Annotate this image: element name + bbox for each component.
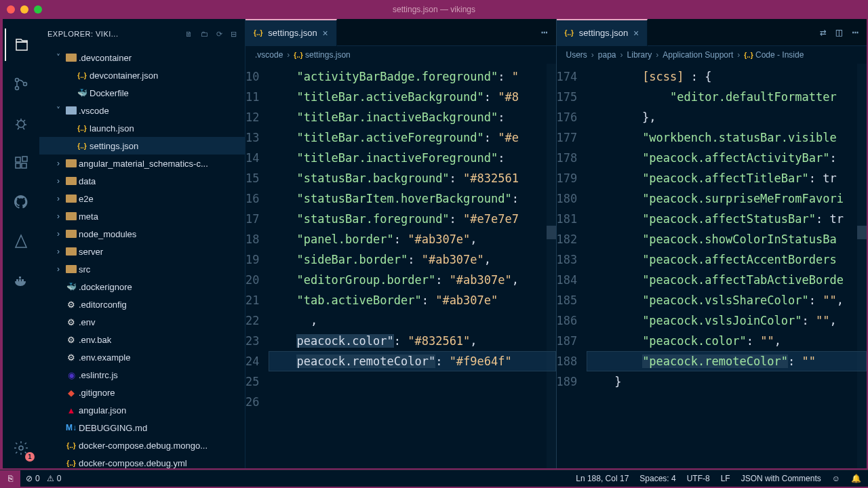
tree-folder[interactable]: ›src xyxy=(39,260,245,278)
close-icon[interactable]: × xyxy=(633,28,639,39)
tree-file[interactable]: ⚙.editorconfig xyxy=(39,296,245,313)
tree-folder[interactable]: ›e2e xyxy=(39,190,245,207)
more-icon[interactable]: ⋯ xyxy=(852,26,859,39)
code-line[interactable]: "statusBarItem.hoverBackground": xyxy=(269,188,555,209)
remote-indicator[interactable]: ⎘ xyxy=(0,470,20,487)
compare-icon[interactable]: ⇄ xyxy=(820,26,827,39)
code-line[interactable]: } xyxy=(587,371,867,392)
status-encoding[interactable]: UTF-8 xyxy=(687,474,710,483)
tree-file[interactable]: ◉.eslintrc.js xyxy=(39,366,245,384)
tree-file[interactable]: ◆.gitignore xyxy=(39,384,245,401)
breadcrumb-seg[interactable]: {..} settings.json xyxy=(294,50,350,60)
extensions-activity-icon[interactable] xyxy=(5,146,37,179)
editor-code[interactable]: 1011121314151617181920212223242526 "acti… xyxy=(245,64,556,468)
breadcrumb-seg[interactable]: papa xyxy=(598,50,616,60)
code-line[interactable]: "peacock.color": "", xyxy=(587,331,867,351)
tab-settings[interactable]: {..} settings.json × xyxy=(557,19,648,46)
minimize-window-icon[interactable] xyxy=(20,5,28,14)
breadcrumb-seg[interactable]: {..} Code - Inside xyxy=(744,50,804,60)
code-line[interactable]: "workbench.statusBar.visible xyxy=(587,127,867,148)
code-line[interactable]: "tab.activeBorder": "#ab307e" xyxy=(269,290,555,310)
settings-activity-icon[interactable]: 1 xyxy=(5,432,37,464)
tree-folder[interactable]: ›server xyxy=(39,243,245,260)
breadcrumb-seg[interactable]: Library xyxy=(627,50,652,60)
minimap[interactable] xyxy=(547,64,556,468)
code-line[interactable]: "editorGroup.border": "#ab307e", xyxy=(269,270,555,290)
close-icon[interactable]: × xyxy=(323,28,328,39)
code-line[interactable]: "statusBar.background": "#832561 xyxy=(269,168,555,188)
status-cursor[interactable]: Ln 188, Col 17 xyxy=(576,474,629,483)
code-line[interactable]: "titleBar.inactiveBackground": xyxy=(269,107,555,127)
status-warnings[interactable]: ⚠0 xyxy=(47,474,62,483)
tree-file[interactable]: {..}settings.json xyxy=(39,137,245,155)
editor-code[interactable]: 1741751761771781791801811821831841851861… xyxy=(557,64,867,468)
tree-file[interactable]: {..}docker-compose.debug.mongo... xyxy=(39,436,245,454)
tree-file[interactable]: ⚙.env xyxy=(39,313,245,331)
file-tree[interactable]: ˅.devcontainer{..}devcontainer.json🐳Dock… xyxy=(39,49,245,468)
code-line[interactable]: "peacock.affectTitleBar": tr xyxy=(587,168,867,188)
zoom-window-icon[interactable] xyxy=(34,5,42,14)
tree-folder[interactable]: ˅.vscode xyxy=(39,102,245,119)
code-line[interactable]: peacock.remoteColor": "#f9e64f" xyxy=(269,351,555,371)
explorer-activity-icon[interactable] xyxy=(5,28,37,61)
status-errors[interactable]: ⊘0 xyxy=(26,474,40,483)
tree-file[interactable]: {..}docker-compose.debug.yml xyxy=(39,454,245,468)
code-line[interactable]: "sideBar.border": "#ab307e", xyxy=(269,249,555,270)
code-line[interactable]: "peacock.vslsShareColor": "", xyxy=(587,290,867,310)
code-line[interactable]: "titleBar.activeBackground": "#8 xyxy=(269,87,555,107)
code-line[interactable]: "activityBarBadge.foreground": " xyxy=(269,66,555,87)
code-line[interactable] xyxy=(269,392,555,412)
split-icon[interactable]: ◫ xyxy=(836,26,843,39)
collapse-icon[interactable]: ⊟ xyxy=(231,30,237,39)
code-line[interactable]: "statusBar.foreground": "#e7e7e7 xyxy=(269,209,555,229)
github-activity-icon[interactable] xyxy=(5,186,37,218)
scm-activity-icon[interactable] xyxy=(5,68,37,100)
tree-file[interactable]: M↓DEBUGGING.md xyxy=(39,419,245,436)
code-line[interactable]: , xyxy=(269,310,555,331)
tree-file[interactable]: {..}launch.json xyxy=(39,119,245,137)
code-line[interactable]: "peacock.affectAccentBorders xyxy=(587,249,867,270)
docker-activity-icon[interactable] xyxy=(5,264,37,297)
status-indent[interactable]: Spaces: 4 xyxy=(639,474,675,483)
status-feedback-icon[interactable]: ☺ xyxy=(832,474,840,483)
breadcrumb-seg[interactable]: Application Support xyxy=(663,50,733,60)
code-line[interactable]: "peacock.showColorInStatusBa xyxy=(587,229,867,249)
tab-settings[interactable]: {..} settings.json × xyxy=(245,19,337,46)
code-line[interactable]: "peacock.vslsJoinColor": "", xyxy=(587,310,867,331)
tree-file[interactable]: 🐳.dockerignore xyxy=(39,278,245,296)
tree-folder[interactable]: ›angular_material_schematics-c... xyxy=(39,155,245,172)
tree-file[interactable]: ⚙.env.example xyxy=(39,348,245,366)
refresh-icon[interactable]: ⟳ xyxy=(216,30,222,39)
code-line[interactable]: "titleBar.activeForeground": "#e xyxy=(269,127,555,148)
tree-file[interactable]: ▲angular.json xyxy=(39,401,245,419)
code-line[interactable]: "editor.defaultFormatter xyxy=(587,87,867,107)
code-line[interactable]: "peacock.affectActivityBar": xyxy=(587,148,867,168)
code-line[interactable] xyxy=(269,371,555,392)
breadcrumb-seg[interactable]: .vscode xyxy=(255,50,283,60)
tree-folder[interactable]: ›node_modules xyxy=(39,225,245,243)
code-line[interactable]: "peacock.surpriseMeFromFavori xyxy=(587,188,867,209)
code-line[interactable]: }, xyxy=(587,107,867,127)
tree-file[interactable]: 🐳Dockerfile xyxy=(39,84,245,102)
status-bell-icon[interactable]: 🔔 xyxy=(851,474,861,483)
debug-activity-icon[interactable] xyxy=(5,107,37,140)
code-line[interactable]: [scss] : { xyxy=(587,66,867,87)
new-folder-icon[interactable]: 🗀 xyxy=(201,30,208,39)
tree-folder[interactable]: ›data xyxy=(39,172,245,190)
minimap[interactable] xyxy=(857,64,867,468)
tree-folder[interactable]: ˅.devcontainer xyxy=(39,49,245,66)
more-icon[interactable]: ⋯ xyxy=(541,26,548,39)
code-line[interactable]: "peacock.affectStatusBar": tr xyxy=(587,209,867,229)
status-language[interactable]: JSON with Comments xyxy=(741,474,821,483)
azure-activity-icon[interactable] xyxy=(5,225,37,258)
status-eol[interactable]: LF xyxy=(721,474,730,483)
code-line[interactable]: "panel.border": "#ab307e", xyxy=(269,229,555,249)
code-line[interactable]: "titleBar.inactiveForeground": xyxy=(269,148,555,168)
code-line[interactable]: "peacock.affectTabActiveBorde xyxy=(587,270,867,290)
tree-file[interactable]: ⚙.env.bak xyxy=(39,331,245,348)
code-line[interactable]: peacock.color": "#832561", xyxy=(269,331,555,351)
close-window-icon[interactable] xyxy=(7,5,15,14)
tree-folder[interactable]: ›meta xyxy=(39,207,245,225)
tree-file[interactable]: {..}devcontainer.json xyxy=(39,66,245,84)
breadcrumb-seg[interactable]: Users xyxy=(566,50,587,60)
